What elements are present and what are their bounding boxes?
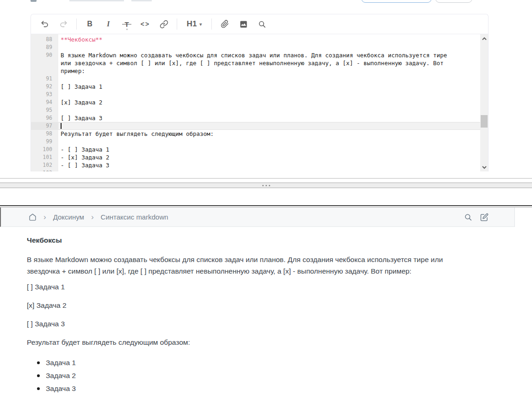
strikethrough-icon: T	[124, 20, 129, 28]
pane-resize-handle[interactable]	[0, 183, 532, 188]
preview-heading: Чекбоксы	[27, 236, 62, 244]
editor-line: 89	[31, 43, 480, 51]
line-content: - [ ] Задача 3	[61, 162, 109, 169]
line-number: 100	[31, 146, 58, 153]
attach-file-button[interactable]	[216, 17, 234, 31]
undo-button[interactable]	[36, 17, 54, 31]
line-content: пример:	[61, 67, 85, 74]
line-number	[31, 59, 58, 67]
line-number: 92	[31, 83, 58, 91]
editor-code-area[interactable]: 88 **Чекбоксы** 89 90 В языке Markdown м…	[31, 34, 480, 171]
line-content: [ ] Задача 3	[61, 115, 102, 122]
line-number: 103	[31, 169, 58, 171]
drag-handle-dot	[262, 185, 264, 186]
home-link[interactable]	[29, 213, 37, 221]
toolbar-separator	[211, 18, 212, 30]
scroll-down-button[interactable]	[480, 163, 488, 171]
drag-handle-dot	[266, 185, 267, 186]
link-icon	[160, 20, 168, 29]
partial-title-text	[69, 0, 124, 1]
line-number: 93	[31, 91, 58, 98]
line-text[interactable]: пример:	[58, 67, 480, 75]
line-text[interactable]: **Чекбоксы**	[58, 36, 480, 43]
line-number: 99	[31, 138, 58, 146]
partial-title-text	[131, 0, 152, 1]
chevron-up-icon	[482, 37, 487, 41]
undo-icon	[40, 19, 49, 29]
breadcrumb-bar: › Доксинум › Синтаксис markdown	[0, 208, 515, 227]
search-button[interactable]	[253, 17, 271, 31]
chevron-down-icon	[482, 165, 487, 169]
scroll-up-button[interactable]	[480, 35, 488, 43]
link-button[interactable]	[155, 17, 173, 31]
heading-select[interactable]: H1 ▾	[181, 17, 208, 31]
line-text[interactable]	[58, 138, 480, 146]
editor-line: 91	[31, 75, 480, 83]
search-icon[interactable]	[464, 213, 472, 221]
line-text[interactable]	[58, 122, 480, 130]
line-content: [ ] Задача 1	[61, 83, 102, 90]
preview-pane-top-border	[0, 205, 532, 206]
editor-line: или звездочка + символ [ ] или [x], где …	[31, 59, 480, 67]
line-text[interactable]	[58, 169, 480, 171]
preview-paragraph-line: В языке Markdown можно создавать чекбокс…	[27, 254, 443, 265]
line-number	[31, 67, 58, 75]
breadcrumb-items: › Доксинум › Синтаксис markdown	[43, 213, 168, 221]
line-text[interactable]: или звездочка + символ [ ] или [x], где …	[58, 59, 480, 67]
list-item-label: Задача 3	[46, 385, 76, 393]
line-text[interactable]: - [ ] Задача 3	[58, 161, 480, 169]
line-number: 91	[31, 75, 58, 83]
line-number: 90	[31, 51, 58, 59]
line-number: 97	[31, 122, 58, 130]
editor-line: 93	[31, 91, 480, 98]
breadcrumb-link[interactable]: Доксинум	[53, 213, 84, 221]
bullet-list: Задача 1 Задача 2 Задача 3	[27, 356, 76, 395]
line-text[interactable]: - [ ] Задача 1	[58, 146, 480, 153]
editor-line: 96 [ ] Задача 3	[31, 114, 480, 122]
line-number: 98	[31, 130, 58, 138]
line-content: В языке Markdown можно создавать чекбокс…	[61, 52, 447, 59]
edit-icon[interactable]	[480, 213, 489, 221]
editor-line: 90 В языке Markdown можно создавать чекб…	[31, 51, 480, 59]
toolbar-separator	[76, 18, 77, 30]
redo-button[interactable]	[54, 17, 73, 31]
editor-line: пример:	[31, 67, 480, 75]
partial-secondary-button[interactable]	[435, 0, 472, 3]
list-item: Задача 3	[27, 382, 76, 395]
line-number: 102	[31, 161, 58, 169]
chevron-right-icon: ›	[43, 213, 46, 221]
line-text[interactable]	[58, 43, 480, 51]
editor-line: 102 - [ ] Задача 3	[31, 161, 480, 169]
strikethrough-button[interactable]: T	[118, 17, 136, 31]
line-text[interactable]: - [x] Задача 2	[58, 153, 480, 161]
line-text[interactable]: [x] Задача 2	[58, 98, 480, 106]
scrollbar-thumb[interactable]	[481, 115, 488, 128]
code-button[interactable]: <>	[136, 17, 155, 31]
breadcrumb-link[interactable]: Синтаксис markdown	[101, 213, 168, 221]
editor-line: 101 - [x] Задача 2	[31, 153, 480, 161]
line-text[interactable]	[58, 75, 480, 83]
line-text[interactable]: [ ] Задача 3	[58, 114, 480, 122]
line-text[interactable]	[58, 106, 480, 114]
breadcrumb-actions	[464, 208, 489, 227]
line-text[interactable]: [ ] Задача 1	[58, 83, 480, 91]
toolbar-separator	[177, 18, 177, 30]
editor-line: 92 [ ] Задача 1	[31, 83, 480, 91]
line-text[interactable]: Результат будет выглядеть следующим обра…	[58, 130, 480, 138]
bold-button[interactable]: B	[80, 17, 99, 31]
preview-paragraph: В языке Markdown можно создавать чекбокс…	[27, 254, 443, 277]
line-text[interactable]: В языке Markdown можно создавать чекбокс…	[58, 51, 480, 59]
line-number: 94	[31, 98, 58, 106]
editor-line: 99	[31, 138, 480, 146]
insert-image-button[interactable]	[234, 17, 253, 31]
line-text[interactable]	[58, 91, 480, 98]
editor-body: 88 **Чекбоксы** 89 90 В языке Markdown м…	[31, 34, 488, 171]
italic-button[interactable]: I	[99, 17, 118, 31]
editor-toolbar: B I T <> H1 ▾	[31, 14, 488, 34]
partial-primary-button[interactable]	[361, 0, 432, 3]
editor-line: 97	[31, 122, 480, 130]
redo-icon	[59, 19, 68, 29]
home-icon	[29, 213, 37, 221]
line-content: Результат будет выглядеть следующим обра…	[61, 130, 214, 137]
editor-scrollbar[interactable]	[480, 34, 488, 171]
